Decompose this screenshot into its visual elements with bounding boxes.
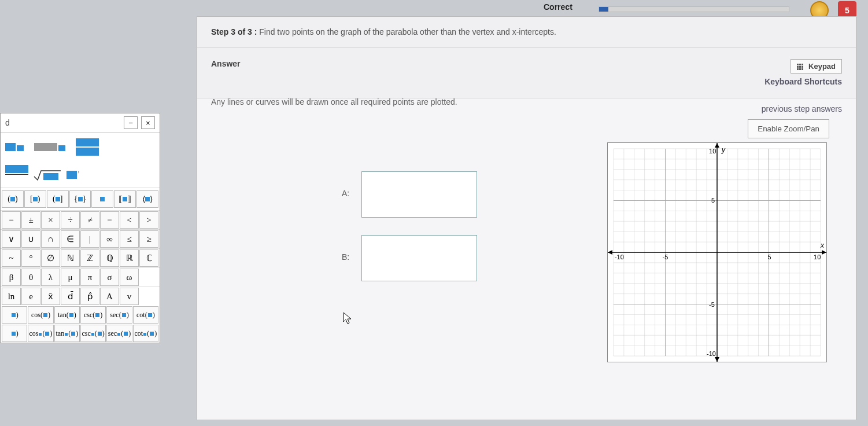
svg-marker-57 — [715, 143, 719, 148]
enable-zoom-pan-button[interactable]: Enable Zoom/Pan — [748, 119, 829, 138]
svg-rect-2 — [801, 64, 803, 65]
op-union[interactable]: ∪ — [21, 230, 40, 248]
op-divide[interactable]: ÷ — [61, 211, 80, 229]
bracket-plain[interactable] — [91, 190, 113, 208]
step-prefix: Step 3 of 3 : — [211, 27, 257, 36]
svg-rect-0 — [797, 64, 799, 65]
operator-grid-5: ln e x̄ d̄ p̂ A v — [1, 287, 160, 306]
trig-row-2: ) cos() tan() csc() sec() cot() — [1, 324, 160, 343]
op-xbar[interactable]: x̄ — [41, 288, 60, 305]
op-natural[interactable]: ℕ — [61, 249, 80, 267]
trig-csc[interactable]: csc() — [80, 306, 106, 324]
op-degree[interactable]: ° — [21, 249, 40, 267]
trig-cot-pow[interactable]: cot() — [133, 325, 158, 342]
svg-rect-6 — [797, 68, 799, 70]
template-subscript[interactable] — [5, 143, 24, 151]
x-tick-neg10: -10 — [615, 254, 624, 260]
point-b-input[interactable] — [361, 235, 477, 281]
x-tick-neg5: -5 — [663, 254, 668, 260]
op-gt[interactable]: > — [139, 211, 158, 229]
template-prime[interactable]: ' — [67, 170, 80, 179]
op-e[interactable]: e — [21, 288, 40, 305]
keypad-button-label: Keypad — [808, 62, 836, 71]
bracket-dblsq[interactable]: ⟦⟧ — [114, 190, 136, 208]
y-tick-neg10: -10 — [707, 350, 716, 357]
op-complex[interactable]: ℂ — [139, 249, 158, 267]
op-real[interactable]: ℝ — [120, 249, 139, 267]
bracket-angle[interactable]: ⟨⟩ — [136, 190, 158, 208]
trig-sin-pow[interactable]: ) — [2, 325, 27, 342]
trig-csc-pow[interactable]: csc() — [80, 325, 106, 342]
trig-tan-pow[interactable]: tan() — [54, 325, 80, 342]
bracket-sqopen[interactable]: [) — [24, 190, 46, 208]
op-tilde[interactable]: ~ — [2, 249, 21, 267]
op-dbar[interactable]: d̄ — [61, 288, 80, 305]
op-le[interactable]: ≤ — [120, 230, 139, 248]
op-omega[interactable]: ω — [120, 269, 139, 286]
svg-rect-1 — [799, 64, 801, 65]
template-sqrt[interactable] — [33, 168, 62, 181]
op-eq[interactable]: = — [100, 211, 119, 229]
point-a-input[interactable] — [361, 171, 477, 218]
op-bar[interactable]: | — [80, 230, 99, 248]
op-plusminus[interactable]: ± — [21, 211, 40, 229]
main-panel: Step 3 of 3 : Find two points on the gra… — [197, 16, 856, 420]
op-beta[interactable]: β — [2, 269, 21, 286]
op-intersect[interactable]: ∩ — [41, 230, 60, 248]
x-axis-label: x — [820, 241, 825, 249]
op-empty[interactable]: ∅ — [41, 249, 60, 267]
keyboard-shortcuts-link[interactable]: Keyboard Shortcuts — [764, 77, 842, 86]
operator-grid-2: ∨ ∪ ∩ ∈ | ∞ ≤ ≥ — [1, 229, 160, 248]
op-ge[interactable]: ≥ — [139, 230, 158, 248]
bracket-paren[interactable]: () — [2, 190, 24, 208]
op-or[interactable]: ∨ — [2, 230, 21, 248]
template-box[interactable] — [34, 143, 65, 151]
op-sigma[interactable]: σ — [100, 269, 119, 286]
op-lambda[interactable]: λ — [41, 269, 60, 286]
trig-sec[interactable]: sec() — [106, 306, 132, 324]
trig-sec-pow[interactable]: sec() — [106, 325, 132, 342]
trig-cos[interactable]: cos() — [28, 306, 53, 324]
op-times[interactable]: × — [41, 211, 60, 229]
progress-fill — [599, 7, 608, 12]
keypad-close-button[interactable]: × — [141, 116, 155, 129]
op-theta[interactable]: θ — [21, 269, 40, 286]
svg-marker-56 — [608, 250, 612, 255]
svg-rect-8 — [801, 68, 803, 70]
op-a[interactable]: A — [100, 288, 119, 305]
op-rational[interactable]: ℚ — [100, 249, 119, 267]
operator-grid-4: β θ λ μ π σ ω — [1, 267, 160, 287]
y-tick-10: 10 — [709, 148, 716, 155]
op-neq[interactable]: ≠ — [80, 211, 99, 229]
bracket-sqclose[interactable]: (] — [47, 190, 69, 208]
trig-cos-pow[interactable]: cos() — [28, 325, 53, 342]
progress-bar — [599, 6, 789, 12]
keypad-button[interactable]: Keypad — [791, 59, 842, 74]
op-in[interactable]: ∈ — [61, 230, 80, 248]
op-mu[interactable]: μ — [61, 269, 80, 286]
svg-rect-4 — [799, 66, 801, 68]
template-fraction-stack[interactable] — [76, 138, 99, 156]
y-axis-label: y — [721, 146, 726, 154]
x-tick-5: 5 — [768, 254, 771, 260]
op-inf[interactable]: ∞ — [100, 230, 119, 248]
op-integer[interactable]: ℤ — [80, 249, 99, 267]
keypad-palette: d − × ' () [) (] {} ⟦⟧ ⟨⟩ − ± × ÷ ≠ = < … — [0, 113, 160, 343]
trig-tan[interactable]: tan() — [54, 306, 80, 324]
coordinate-graph[interactable]: y x -10 -5 5 10 10 5 -5 -10 — [607, 142, 827, 362]
point-a-label: A: — [342, 189, 359, 198]
trig-cot[interactable]: cot() — [133, 306, 158, 324]
trig-sin-paren[interactable]: ) — [2, 306, 27, 324]
svg-rect-5 — [801, 66, 803, 68]
op-minus[interactable]: − — [2, 211, 21, 229]
op-phat[interactable]: p̂ — [80, 288, 99, 305]
svg-rect-59 — [43, 173, 58, 180]
svg-rect-7 — [799, 68, 801, 70]
op-v[interactable]: v — [120, 288, 139, 305]
keypad-minimize-button[interactable]: − — [124, 116, 138, 129]
op-lt[interactable]: < — [120, 211, 139, 229]
op-pi[interactable]: π — [80, 269, 99, 286]
template-fraction[interactable] — [5, 165, 28, 184]
bracket-brace[interactable]: {} — [69, 190, 91, 208]
op-ln[interactable]: ln — [2, 288, 21, 305]
